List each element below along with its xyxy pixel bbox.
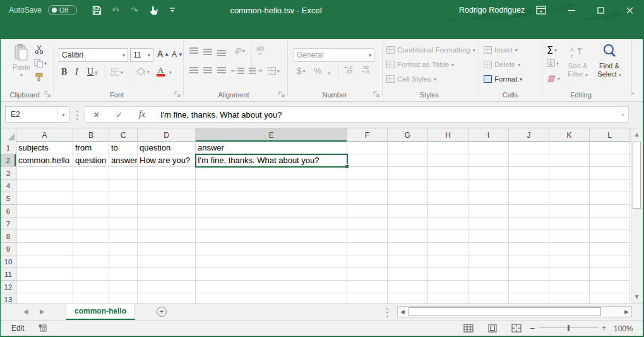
name-box-dropdown-icon[interactable]: ▾	[57, 107, 69, 122]
cell-C13[interactable]	[109, 293, 138, 303]
cell-A8[interactable]	[16, 230, 73, 243]
cell-L8[interactable]	[590, 230, 630, 243]
cell-G13[interactable]	[388, 293, 428, 303]
horizontal-scrollbar-thumb[interactable]	[408, 307, 601, 316]
cell-D3[interactable]	[138, 167, 196, 180]
cell-C11[interactable]	[109, 268, 138, 281]
cell-F8[interactable]	[347, 230, 388, 243]
row-header-9[interactable]: 9	[1, 243, 16, 255]
row-header-1[interactable]: 1	[1, 142, 16, 154]
cell-F4[interactable]	[347, 180, 388, 192]
cell-I7[interactable]	[468, 218, 509, 230]
cell-F5[interactable]	[347, 192, 388, 205]
cell-H5[interactable]	[428, 192, 468, 205]
cell-D11[interactable]	[138, 268, 196, 281]
cell-D1[interactable]: question	[138, 142, 196, 154]
column-header-F[interactable]: F	[347, 128, 388, 142]
cell-B2[interactable]: question	[73, 154, 109, 167]
cell-L1[interactable]	[590, 142, 630, 154]
cell-H4[interactable]	[428, 180, 468, 192]
cell-C10[interactable]	[109, 255, 138, 268]
formula-bar-drag-handle[interactable]	[76, 111, 78, 120]
column-header-C[interactable]: C	[109, 128, 138, 142]
cell-A13[interactable]	[16, 293, 73, 303]
cell-C7[interactable]	[109, 218, 138, 230]
cell-A4[interactable]	[16, 180, 73, 192]
expand-formula-bar-icon[interactable]: ⌄	[620, 111, 625, 117]
cell-J9[interactable]	[509, 243, 549, 255]
cell-styles-button[interactable]: Cell Styles▾	[386, 75, 436, 83]
formula-input[interactable]: I'm fine, thanks. What about you?	[157, 110, 282, 119]
cell-D9[interactable]	[138, 243, 196, 255]
cell-L2[interactable]	[590, 154, 630, 167]
cell-F12[interactable]	[347, 281, 388, 293]
cell-F10[interactable]	[347, 255, 388, 268]
cell-A9[interactable]	[16, 243, 73, 255]
cell-C3[interactable]	[109, 167, 138, 180]
middle-align-icon[interactable]	[203, 49, 212, 55]
cell-B1[interactable]: from	[73, 142, 109, 154]
formula-bar[interactable]: ✕ ✓ fx I'm fine, thanks. What about you?	[85, 106, 629, 123]
cell-G10[interactable]	[388, 255, 428, 268]
cell-L3[interactable]	[590, 167, 630, 180]
cell-B13[interactable]	[73, 293, 109, 303]
cell-F3[interactable]	[347, 167, 388, 180]
cell-J3[interactable]	[509, 167, 549, 180]
format-cells-button[interactable]: Format▾	[484, 75, 522, 83]
cell-H8[interactable]	[428, 230, 468, 243]
font-name-combobox[interactable]: Calibri▾	[59, 48, 128, 62]
column-header-E[interactable]: E	[196, 128, 347, 142]
cell-L7[interactable]	[590, 218, 630, 230]
alignment-dialog-launcher[interactable]	[278, 91, 285, 98]
maximize-button[interactable]	[591, 0, 610, 20]
cell-K9[interactable]	[549, 243, 590, 255]
bold-button[interactable]: B	[61, 67, 67, 77]
font-size-combobox[interactable]: 11▾	[130, 48, 153, 62]
undo-icon[interactable]: ↶▾	[107, 3, 124, 18]
cell-H2[interactable]	[428, 154, 468, 167]
cell-G5[interactable]	[388, 192, 428, 205]
cell-C8[interactable]	[109, 230, 138, 243]
row-header-2[interactable]: 2	[1, 154, 16, 167]
spreadsheet-grid[interactable]: ABCDEFGHIJKL 1subjectsfromtoquestionansw…	[1, 128, 631, 303]
cell-F7[interactable]	[347, 218, 388, 230]
cell-A2[interactable]: common.hello	[16, 154, 73, 167]
cell-C2[interactable]: answer	[109, 154, 138, 167]
cell-G11[interactable]	[388, 268, 428, 281]
sheet-tab-common-hello[interactable]: common-hello	[66, 303, 135, 320]
row-header-8[interactable]: 8	[1, 230, 16, 243]
column-header-B[interactable]: B	[73, 128, 109, 142]
cell-E9[interactable]	[196, 243, 347, 255]
cell-A7[interactable]	[16, 218, 73, 230]
cell-J1[interactable]	[509, 142, 549, 154]
cell-H6[interactable]	[428, 205, 468, 218]
cell-I13[interactable]	[468, 293, 509, 303]
cell-B4[interactable]	[73, 180, 109, 192]
comma-style-button[interactable]: ,	[328, 64, 330, 76]
cell-K7[interactable]	[549, 218, 590, 230]
cell-D2[interactable]: How are you?	[138, 154, 196, 167]
cell-L10[interactable]	[590, 255, 630, 268]
cell-G8[interactable]	[388, 230, 428, 243]
row-header-5[interactable]: 5	[1, 192, 16, 205]
cell-F2[interactable]	[347, 154, 388, 167]
cell-F9[interactable]	[347, 243, 388, 255]
cell-E5[interactable]	[196, 192, 347, 205]
new-sheet-icon[interactable]: +	[157, 307, 167, 317]
cell-J4[interactable]	[509, 180, 549, 192]
cell-B9[interactable]	[73, 243, 109, 255]
horizontal-scrollbar[interactable]: ◀ ▶	[397, 306, 632, 317]
insert-cells-button[interactable]: Insert▾	[484, 46, 518, 54]
zoom-level[interactable]: 100%	[614, 324, 633, 333]
fill-button[interactable]: ↓▾	[547, 59, 559, 67]
cell-D13[interactable]	[138, 293, 196, 303]
increase-indent-icon[interactable]: ⇥	[249, 67, 262, 74]
delete-cells-button[interactable]: Delete▾	[484, 61, 520, 68]
cell-L4[interactable]	[590, 180, 630, 192]
sheet-nav-right-icon[interactable]: ▶	[40, 308, 45, 315]
column-header-L[interactable]: L	[590, 128, 630, 142]
cell-G1[interactable]	[388, 142, 428, 154]
cell-J12[interactable]	[509, 281, 549, 293]
minimize-button[interactable]	[562, 0, 581, 20]
cell-I10[interactable]	[468, 255, 509, 268]
